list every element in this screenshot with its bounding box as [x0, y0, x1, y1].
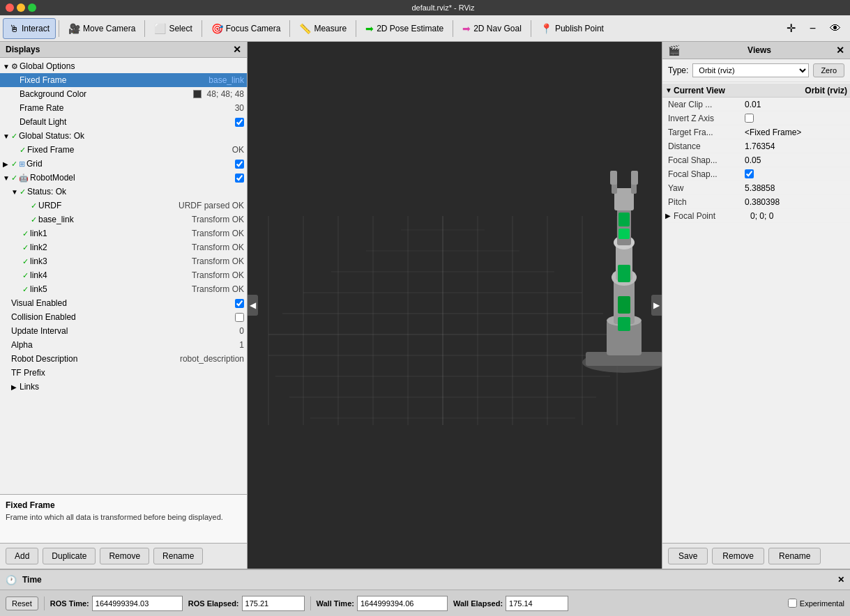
publish-point-label: Publish Point	[555, 24, 604, 33]
default-light-row[interactable]: Default Light	[0, 115, 247, 129]
links-label: Links	[20, 382, 244, 392]
collision-enabled-row[interactable]: Collision Enabled	[0, 310, 247, 324]
robot-status-label: Status: Ok	[27, 187, 244, 197]
remove-button[interactable]: Remove	[100, 548, 149, 564]
separator-5	[356, 20, 356, 37]
update-interval-row[interactable]: Update Interval 0	[0, 324, 247, 338]
duplicate-button[interactable]: Duplicate	[43, 548, 96, 564]
link4-row[interactable]: ✓ link4 Transform OK	[0, 268, 247, 282]
link2-value: Transform OK	[192, 242, 244, 252]
views-close-button[interactable]: ✕	[836, 45, 844, 55]
select-button[interactable]: ⬜ Select	[148, 18, 198, 39]
publish-point-button[interactable]: 📍 Publish Point	[534, 18, 610, 39]
base-link-row[interactable]: ✓ base_link Transform OK	[0, 213, 247, 226]
ros-time-input[interactable]	[92, 596, 183, 611]
measure-button[interactable]: 📏 Measure	[293, 18, 353, 39]
nav-goal-icon: ➡	[462, 23, 471, 34]
extra-btn-2[interactable]: −	[803, 18, 822, 39]
visual-enabled-checkbox[interactable]	[235, 299, 244, 308]
focus-camera-button[interactable]: 🎯 Focus Camera	[205, 18, 287, 39]
move-camera-label: Move Camera	[83, 24, 135, 33]
urdf-row[interactable]: ✓ URDF URDF parsed OK	[0, 199, 247, 213]
panel-buttons: Add Duplicate Remove Rename	[0, 543, 247, 569]
wall-time-label: Wall Time:	[317, 599, 354, 608]
alpha-row[interactable]: Alpha 1	[0, 338, 247, 352]
move-camera-button[interactable]: 🎥 Move Camera	[62, 18, 142, 39]
global-options-row[interactable]: ▼ ⚙ Global Options	[0, 59, 247, 73]
save-view-button[interactable]: Save	[668, 548, 708, 564]
robot-status-row[interactable]: ▼ ✓ Status: Ok	[0, 185, 247, 199]
tf-prefix-row[interactable]: TF Prefix	[0, 366, 247, 380]
focal-shape-enabled-checkbox[interactable]	[745, 169, 754, 178]
viewport-right-arrow[interactable]: ▶	[651, 295, 662, 316]
rename-button[interactable]: Rename	[153, 548, 203, 564]
time-bar-close-button[interactable]: ✕	[837, 575, 844, 585]
svg-rect-37	[618, 265, 630, 282]
wall-time-input[interactable]	[357, 596, 448, 611]
grid-checkbox[interactable]	[235, 160, 244, 169]
focal-shape-size-value: 0.05	[745, 155, 844, 165]
interact-icon: 🖱	[9, 23, 19, 34]
links-row[interactable]: ▶ Links	[0, 380, 247, 394]
focus-camera-icon: 🎯	[211, 23, 223, 34]
add-button[interactable]: Add	[6, 548, 38, 564]
experimental-label: Experimental	[800, 599, 844, 608]
background-color-row[interactable]: Background Color 48; 48; 48	[0, 87, 247, 101]
views-header: 🎬 Views ✕	[662, 42, 850, 59]
global-status-row[interactable]: ▼ ✓ Global Status: Ok	[0, 129, 247, 143]
invert-z-row: Invert Z Axis	[662, 111, 850, 125]
link4-label: link4	[30, 270, 189, 280]
default-light-checkbox[interactable]	[235, 118, 244, 127]
close-button[interactable]	[6, 3, 14, 12]
robot-model-row[interactable]: ▼ ✓ 🤖 RobotModel	[0, 171, 247, 185]
zero-button[interactable]: Zero	[813, 63, 844, 77]
rename-view-button[interactable]: Rename	[768, 548, 821, 564]
window-controls[interactable]	[6, 3, 36, 12]
minimize-button[interactable]	[17, 3, 25, 12]
robot-model-checkbox[interactable]	[235, 174, 244, 183]
fixed-frame-value: base_link	[208, 75, 244, 85]
displays-tree: ▼ ⚙ Global Options Fixed Frame base_link…	[0, 58, 247, 494]
experimental-checkbox[interactable]	[788, 599, 797, 608]
grid-expand: ▶	[3, 160, 11, 168]
pose-estimate-button[interactable]: ➡ 2D Pose Estimate	[359, 18, 450, 39]
robot-model-expand: ▼	[3, 174, 11, 182]
link3-row[interactable]: ✓ link3 Transform OK	[0, 254, 247, 268]
extra-btn-3[interactable]: 👁	[824, 18, 847, 39]
viewport-left-arrow[interactable]: ◀	[248, 295, 258, 316]
status-fixed-frame-row[interactable]: ✓ Fixed Frame OK	[0, 143, 247, 157]
invert-z-checkbox[interactable]	[745, 114, 754, 123]
grid-row[interactable]: ▶ ✓ ⊞ Grid	[0, 157, 247, 171]
remove-view-button[interactable]: Remove	[712, 548, 764, 564]
nav-goal-button[interactable]: ➡ 2D Nav Goal	[456, 18, 528, 39]
global-status-label: Global Status: Ok	[19, 131, 244, 141]
wall-elapsed-input[interactable]	[506, 596, 568, 611]
focal-point-row[interactable]: ▶ Focal Point 0; 0; 0	[662, 209, 850, 223]
displays-close-button[interactable]: ✕	[233, 45, 241, 54]
fixed-frame-row[interactable]: Fixed Frame base_link	[0, 73, 247, 87]
current-view-header[interactable]: ▼ Current View Orbit (rviz)	[662, 84, 850, 98]
collision-enabled-checkbox[interactable]	[235, 313, 244, 322]
yaw-value: 5.38858	[745, 183, 844, 193]
3d-viewport[interactable]: ◀ ▶	[248, 42, 662, 569]
reset-button[interactable]: Reset	[6, 596, 38, 610]
frame-rate-row[interactable]: Frame Rate 30	[0, 101, 247, 115]
link5-row[interactable]: ✓ link5 Transform OK	[0, 282, 247, 296]
select-label: Select	[169, 24, 192, 33]
maximize-button[interactable]	[28, 3, 36, 12]
type-dropdown[interactable]: Orbit (rviz)	[692, 63, 809, 77]
displays-title: Displays	[6, 45, 40, 54]
visual-enabled-row[interactable]: Visual Enabled	[0, 296, 247, 310]
link5-value: Transform OK	[192, 284, 244, 294]
link1-row[interactable]: ✓ link1 Transform OK	[0, 226, 247, 240]
svg-rect-39	[618, 317, 630, 331]
interact-button[interactable]: 🖱 Interact	[3, 18, 56, 39]
background-color-label: Background Color	[20, 89, 193, 99]
link2-row[interactable]: ✓ link2 Transform OK	[0, 240, 247, 254]
extra-btn-1[interactable]: ✛	[780, 18, 802, 39]
target-frame-value: <Fixed Frame>	[745, 128, 844, 137]
ros-elapsed-input[interactable]	[242, 596, 305, 611]
move-camera-icon: 🎥	[68, 23, 80, 34]
robot-description-row[interactable]: Robot Description robot_description	[0, 352, 247, 366]
base-link-check: ✓	[31, 215, 37, 224]
